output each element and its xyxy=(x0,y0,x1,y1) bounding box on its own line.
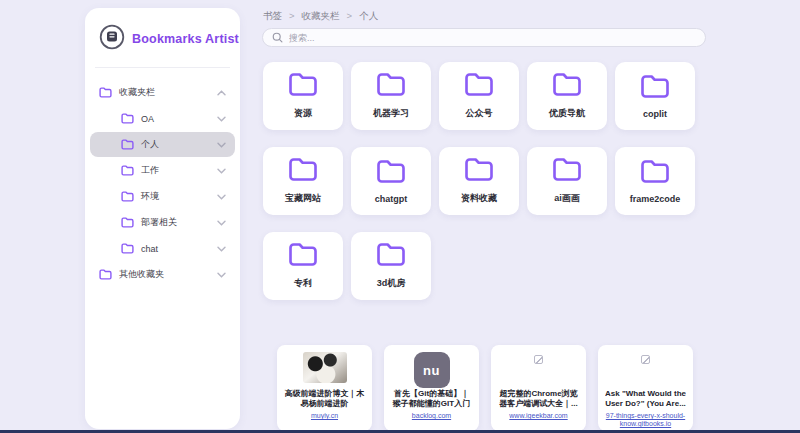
sidebar-item-personal[interactable]: 个人 xyxy=(90,132,235,157)
chevron-down-icon[interactable] xyxy=(217,116,226,122)
folder-card-resources[interactable]: 资源 xyxy=(263,62,343,130)
breadcrumb-item-personal[interactable]: 个人 xyxy=(359,10,378,23)
chevron-down-icon[interactable] xyxy=(217,142,226,148)
breadcrumb: 书签 > 收藏夹栏 > 个人 xyxy=(263,10,378,23)
folder-card-materials[interactable]: 资料收藏 xyxy=(439,147,519,215)
folder-card-coplit[interactable]: coplit xyxy=(615,62,695,130)
bookmark-link[interactable]: muyiy.cn xyxy=(311,412,338,420)
folder-icon xyxy=(121,139,134,150)
bookmark-card[interactable]: 超完整的Chrome浏览器客户端调试大全｜... www.igeekbar.co… xyxy=(491,345,586,431)
bookmark-thumbnail-area xyxy=(641,352,650,389)
search-icon xyxy=(272,29,283,47)
sidebar-item-work[interactable]: 工作 xyxy=(90,158,235,183)
folder-icon xyxy=(121,113,134,124)
bookmark-title: 超完整的Chrome浏览器客户端调试大全｜... xyxy=(498,389,579,409)
dog-photo-thumbnail xyxy=(303,352,347,383)
folder-icon xyxy=(552,157,582,186)
broken-image-icon xyxy=(641,355,650,364)
folder-label: frame2code xyxy=(630,194,681,204)
folder-grid: 资源 机器学习 公众号 优质导航 coplit 宝藏网站 chatgpt 资料收… xyxy=(263,62,699,300)
bookmark-thumbnail-area xyxy=(534,352,543,389)
chevron-down-icon[interactable] xyxy=(217,220,226,226)
chevron-down-icon[interactable] xyxy=(217,194,226,200)
folder-icon xyxy=(376,72,406,101)
folder-card-treasure-sites[interactable]: 宝藏网站 xyxy=(263,147,343,215)
folder-icon xyxy=(99,269,112,280)
folder-card-chatgpt[interactable]: chatgpt xyxy=(351,147,431,215)
sidebar-item-label: chat xyxy=(141,244,158,254)
bookmark-card[interactable]: Ask "What Would the User Do?" (You Are..… xyxy=(598,345,693,431)
sidebar-item-oa[interactable]: OA xyxy=(90,106,235,131)
chevron-down-icon[interactable] xyxy=(217,272,226,278)
bookmark-title: Ask "What Would the User Do?" (You Are..… xyxy=(605,389,686,409)
folder-label: 资料收藏 xyxy=(461,192,497,205)
folder-icon xyxy=(288,157,318,186)
folder-label: coplit xyxy=(643,109,667,119)
bookmark-thumbnail-area xyxy=(303,352,347,389)
folder-card-patents[interactable]: 专利 xyxy=(263,232,343,300)
folder-label: ai画画 xyxy=(554,192,580,205)
divider xyxy=(95,67,230,68)
sidebar: Bookmarks Artist 收藏夹栏 OA 个人 工作 环境 xyxy=(85,8,240,429)
breadcrumb-item-favorites-bar[interactable]: 收藏夹栏 xyxy=(302,10,340,23)
nulab-logo-icon: nu xyxy=(414,352,450,388)
sidebar-item-chat[interactable]: chat xyxy=(90,236,235,261)
sidebar-item-environment[interactable]: 环境 xyxy=(90,184,235,209)
folder-icon xyxy=(376,159,406,188)
sidebar-tree: 收藏夹栏 OA 个人 工作 环境 部署相关 xyxy=(85,80,240,287)
folder-label: 宝藏网站 xyxy=(285,192,321,205)
folder-card-ai-painting[interactable]: ai画画 xyxy=(527,147,607,215)
folder-icon xyxy=(552,72,582,101)
search-input[interactable] xyxy=(289,33,696,43)
folder-icon xyxy=(121,243,134,254)
sidebar-item-label: 部署相关 xyxy=(141,216,177,229)
folder-icon xyxy=(640,159,670,188)
folder-icon xyxy=(288,72,318,101)
bookmark-card[interactable]: nu 首先【Git的基础】｜猴子都能懂的GIT入门｜.. backlog.com xyxy=(384,345,479,431)
sidebar-item-deployment[interactable]: 部署相关 xyxy=(90,210,235,235)
folder-card-quality-nav[interactable]: 优质导航 xyxy=(527,62,607,130)
breadcrumb-item-bookmarks[interactable]: 书签 xyxy=(263,10,282,23)
folder-label: 机器学习 xyxy=(373,107,409,120)
folder-label: 公众号 xyxy=(466,107,493,120)
bookmark-link[interactable]: 97-things-every-x-should-know.gitbooks.i… xyxy=(605,412,686,428)
sidebar-item-label: OA xyxy=(141,114,154,124)
folder-card-official-accounts[interactable]: 公众号 xyxy=(439,62,519,130)
sidebar-item-label: 个人 xyxy=(141,138,159,151)
app-logo: Bookmarks Artist xyxy=(85,8,240,54)
folder-label: 资源 xyxy=(294,107,312,120)
sidebar-item-label: 其他收藏夹 xyxy=(119,268,164,281)
folder-icon xyxy=(288,242,318,271)
bookmark-title: 首先【Git的基础】｜猴子都能懂的GIT入门｜.. xyxy=(391,389,472,409)
chevron-up-icon[interactable] xyxy=(217,90,226,96)
folder-label: 3d机房 xyxy=(377,277,406,290)
folder-icon xyxy=(99,87,112,98)
sidebar-item-label: 收藏夹栏 xyxy=(119,86,155,99)
breadcrumb-separator: > xyxy=(289,10,295,23)
sidebar-item-favorites-bar[interactable]: 收藏夹栏 xyxy=(90,80,235,105)
folder-icon xyxy=(464,157,494,186)
folder-card-frame2code[interactable]: frame2code xyxy=(615,147,695,215)
sidebar-item-other-bookmarks[interactable]: 其他收藏夹 xyxy=(90,262,235,287)
sidebar-item-label: 工作 xyxy=(141,164,159,177)
search-bar[interactable] xyxy=(262,28,706,47)
app-logo-icon xyxy=(99,24,125,54)
folder-card-3d-room[interactable]: 3d机房 xyxy=(351,232,431,300)
folder-card-machine-learning[interactable]: 机器学习 xyxy=(351,62,431,130)
bookmark-link[interactable]: backlog.com xyxy=(412,412,451,420)
broken-image-icon xyxy=(534,355,543,364)
bookmark-thumbnail-area: nu xyxy=(414,352,450,389)
folder-label: 优质导航 xyxy=(549,107,585,120)
chevron-down-icon[interactable] xyxy=(217,246,226,252)
folder-icon xyxy=(121,217,134,228)
app-title: Bookmarks Artist xyxy=(132,32,239,46)
breadcrumb-separator: > xyxy=(347,10,353,23)
bookmark-card[interactable]: 高级前端进阶博文｜木易杨前端进阶 muyiy.cn xyxy=(277,345,372,431)
folder-icon xyxy=(640,74,670,103)
bookmark-title: 高级前端进阶博文｜木易杨前端进阶 xyxy=(284,389,365,409)
chevron-down-icon[interactable] xyxy=(217,168,226,174)
folder-icon xyxy=(376,242,406,271)
sidebar-item-label: 环境 xyxy=(141,190,159,203)
folder-label: 专利 xyxy=(294,277,312,290)
bookmark-link[interactable]: www.igeekbar.com xyxy=(509,412,567,420)
